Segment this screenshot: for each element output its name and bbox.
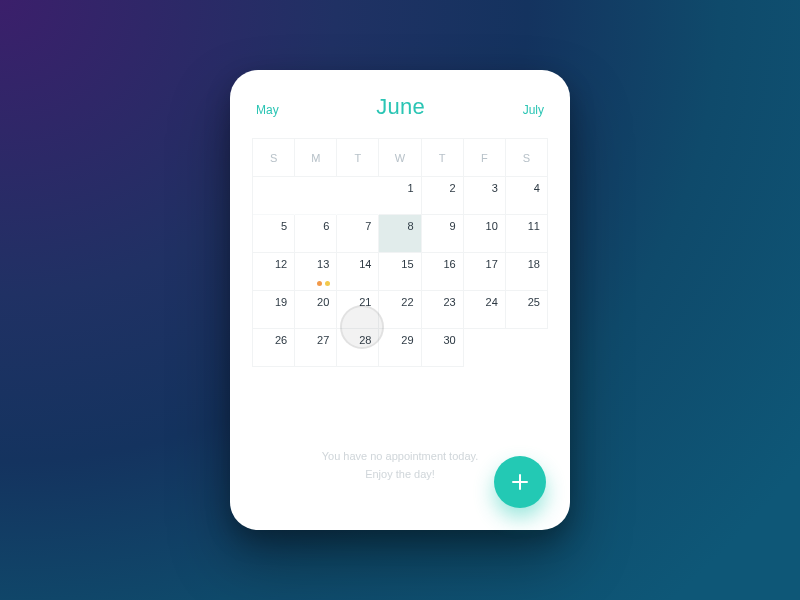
svg-rect-1 <box>512 481 528 483</box>
calendar-day-12[interactable]: 12 <box>253 253 295 291</box>
calendar-day-6[interactable]: 6 <box>295 215 337 253</box>
calendar-day-10[interactable]: 10 <box>464 215 506 253</box>
calendar-day-2[interactable]: 2 <box>422 177 464 215</box>
weekday-header: F <box>464 139 506 177</box>
calendar-card: May June July SMTWTFS1234567891011121314… <box>230 70 570 530</box>
calendar-day-5[interactable]: 5 <box>253 215 295 253</box>
calendar-day-25[interactable]: 25 <box>506 291 548 329</box>
calendar-day-29[interactable]: 29 <box>379 329 421 367</box>
calendar-day-14[interactable]: 14 <box>337 253 379 291</box>
calendar-day-17[interactable]: 17 <box>464 253 506 291</box>
weekday-header: W <box>379 139 421 177</box>
plus-icon <box>509 471 531 493</box>
calendar-day-27[interactable]: 27 <box>295 329 337 367</box>
calendar-day-22[interactable]: 22 <box>379 291 421 329</box>
calendar-day-8[interactable]: 8 <box>379 215 421 253</box>
calendar-day-21[interactable]: 21 <box>337 291 379 329</box>
calendar-cell-blank <box>464 329 506 367</box>
calendar-day-3[interactable]: 3 <box>464 177 506 215</box>
current-month-label: June <box>376 94 425 120</box>
calendar-cell-blank <box>295 177 337 215</box>
event-dot-icon <box>325 281 330 286</box>
calendar-day-15[interactable]: 15 <box>379 253 421 291</box>
weekday-header: T <box>422 139 464 177</box>
next-month-button[interactable]: July <box>523 103 544 117</box>
event-dots <box>317 281 330 286</box>
month-switcher: May June July <box>252 92 548 120</box>
calendar-grid: SMTWTFS123456789101112131415161718192021… <box>252 138 548 367</box>
calendar-day-7[interactable]: 7 <box>337 215 379 253</box>
calendar-cell-blank <box>337 177 379 215</box>
calendar-day-20[interactable]: 20 <box>295 291 337 329</box>
calendar-day-18[interactable]: 18 <box>506 253 548 291</box>
weekday-header: S <box>253 139 295 177</box>
calendar-day-23[interactable]: 23 <box>422 291 464 329</box>
app-background: May June July SMTWTFS1234567891011121314… <box>0 0 800 600</box>
calendar-day-13[interactable]: 13 <box>295 253 337 291</box>
prev-month-button[interactable]: May <box>256 103 279 117</box>
calendar-cell-blank <box>506 329 548 367</box>
calendar-day-24[interactable]: 24 <box>464 291 506 329</box>
calendar-day-1[interactable]: 1 <box>379 177 421 215</box>
calendar-day-19[interactable]: 19 <box>253 291 295 329</box>
weekday-header: T <box>337 139 379 177</box>
weekday-header: S <box>506 139 548 177</box>
calendar-day-4[interactable]: 4 <box>506 177 548 215</box>
calendar-day-9[interactable]: 9 <box>422 215 464 253</box>
event-dot-icon <box>317 281 322 286</box>
calendar-day-30[interactable]: 30 <box>422 329 464 367</box>
calendar-day-16[interactable]: 16 <box>422 253 464 291</box>
calendar-day-28[interactable]: 28 <box>337 329 379 367</box>
weekday-header: M <box>295 139 337 177</box>
add-appointment-fab[interactable] <box>494 456 546 508</box>
calendar-day-26[interactable]: 26 <box>253 329 295 367</box>
calendar-day-11[interactable]: 11 <box>506 215 548 253</box>
calendar-cell-blank <box>253 177 295 215</box>
